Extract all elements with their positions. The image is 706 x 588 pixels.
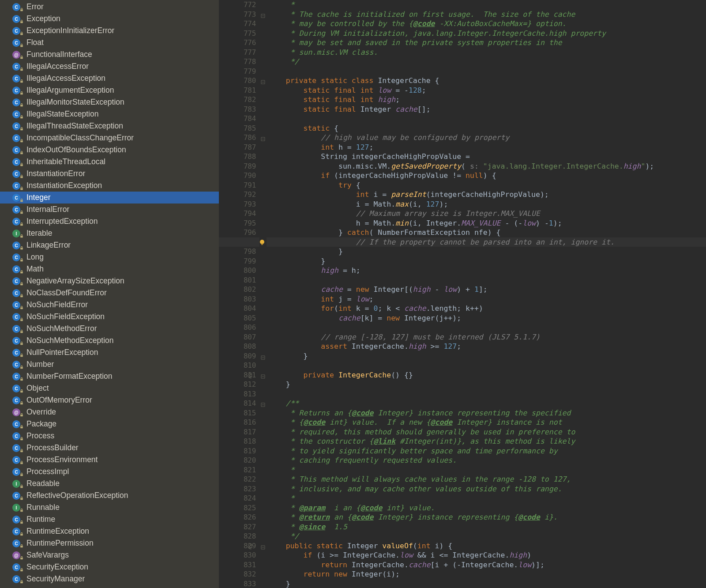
line-number[interactable]: 780 [219, 76, 256, 86]
tree-item-inheritablethreadlocal[interactable]: CInheritableThreadLocal [0, 156, 219, 168]
code-line[interactable]: * [268, 0, 706, 10]
line-number[interactable]: 772 [219, 0, 256, 10]
line-number[interactable]: 832 [219, 569, 256, 579]
line-number[interactable]: 790 [219, 171, 256, 181]
code-line[interactable]: static final Integer cache[]; [268, 105, 706, 114]
line-number[interactable]: 791 [219, 181, 256, 190]
tree-item-package[interactable]: CPackage [0, 418, 219, 430]
fold-toggle-icon[interactable] [260, 78, 266, 83]
code-line[interactable]: * the constructor {@link #Integer(int)},… [268, 437, 706, 446]
code-line[interactable]: * may be set and saved in the private sy… [268, 38, 706, 48]
line-number[interactable]: 778 [219, 57, 256, 67]
code-area[interactable]: * * The cache is initialized on first us… [267, 0, 706, 588]
line-number[interactable]: 792 [219, 190, 256, 200]
line-number[interactable]: 782 [219, 95, 256, 105]
code-line[interactable]: sun.misc.VM.getSavedProperty( s: "java.l… [268, 162, 706, 171]
code-line[interactable]: * inclusive, and may cache other values … [268, 484, 706, 494]
line-number[interactable]: 798 [219, 247, 256, 256]
line-number[interactable]: 824 [219, 494, 256, 503]
line-number[interactable]: 775 [219, 29, 256, 38]
tree-item-nullpointerexception[interactable]: CNullPointerException [0, 347, 219, 358]
tree-item-securitymanager[interactable]: CSecurityManager [0, 573, 219, 585]
line-number[interactable]: 774 [219, 19, 256, 29]
tree-item-nosuchfieldexception[interactable]: CNoSuchFieldException [0, 311, 219, 323]
tree-item-instantiationerror[interactable]: CInstantiationError [0, 168, 219, 180]
line-number[interactable]: 787 [219, 143, 256, 152]
code-line[interactable]: h = Math.min(i, Integer.MAX_VALUE - (-lo… [268, 219, 706, 228]
line-number-gutter[interactable]: 7727737747757767777787797807817827837847… [219, 0, 259, 588]
fold-toggle-icon[interactable] [260, 354, 266, 359]
line-number[interactable]: 776 [219, 38, 256, 48]
tree-item-processenvironment[interactable]: CProcessEnvironment [0, 454, 219, 466]
code-line[interactable]: } catch( NumberFormatException nfe) { [268, 228, 706, 237]
tree-item-object[interactable]: CObject [0, 382, 219, 394]
line-number[interactable]: 800 [219, 266, 256, 275]
tree-item-math[interactable]: CMath [0, 263, 219, 275]
line-number[interactable]: 828 [219, 531, 256, 541]
line-number[interactable]: 826 [219, 513, 256, 522]
code-line[interactable]: int i = parseInt(integerCacheHighPropVal… [268, 190, 706, 200]
line-number[interactable]: 821 [219, 465, 256, 475]
code-line[interactable]: return IntegerCache.cache[i + (-IntegerC… [268, 560, 706, 570]
line-number[interactable]: 827 [219, 522, 256, 532]
tree-item-error[interactable]: CError [0, 1, 219, 13]
line-number[interactable]: 793 [219, 200, 256, 209]
line-number[interactable]: 816 [219, 418, 256, 427]
line-number[interactable]: 808 [219, 342, 256, 351]
line-number[interactable]: 806 [219, 323, 256, 332]
line-number[interactable]: 773 [219, 10, 256, 19]
code-line[interactable]: * sun.misc.VM class. [268, 48, 706, 57]
code-line[interactable]: int j = low; [268, 294, 706, 304]
code-line[interactable]: * {@code int} value. If a new {@code Int… [268, 418, 706, 427]
code-line[interactable]: } [268, 380, 706, 389]
tree-item-safevarargs[interactable]: @SafeVarargs [0, 549, 219, 561]
line-number[interactable]: 802 [219, 285, 256, 294]
tree-item-incompatibleclasschangeerror[interactable]: CIncompatibleClassChangeError [0, 132, 219, 144]
tree-item-runtime[interactable]: CRuntime [0, 513, 219, 525]
tree-item-processbuilder[interactable]: CProcessBuilder [0, 442, 219, 454]
tree-item-illegalstateexception[interactable]: CIllegalStateException [0, 108, 219, 120]
line-number[interactable]: 796 [219, 228, 256, 237]
line-number[interactable]: 817 [219, 427, 256, 437]
fold-gutter[interactable] [259, 0, 267, 588]
line-number[interactable]: 784 [219, 114, 256, 124]
line-number[interactable]: 818 [219, 437, 256, 446]
code-line[interactable]: } [268, 351, 706, 361]
code-line[interactable]: /** [268, 399, 706, 408]
line-number[interactable]: 812 [219, 380, 256, 389]
tree-item-number[interactable]: CNumber [0, 358, 219, 370]
code-line[interactable]: * caching frequently requested values. [268, 456, 706, 465]
code-line[interactable]: return new Integer(i); [268, 569, 706, 579]
code-line[interactable]: for(int k = 0; k < cache.length; k++) [268, 304, 706, 313]
code-line[interactable]: int h = 127; [268, 143, 706, 152]
code-line[interactable] [268, 361, 706, 370]
line-number[interactable]: 786 [219, 133, 256, 143]
code-line[interactable]: * @param i an {@code int} value. [268, 503, 706, 513]
code-line[interactable]: String integerCacheHighPropValue = [268, 152, 706, 162]
code-line[interactable]: try { [268, 181, 706, 190]
line-number[interactable]: 822 [219, 475, 256, 484]
code-line[interactable]: } [268, 256, 706, 266]
line-number[interactable]: 795 [219, 219, 256, 228]
fold-toggle-icon[interactable] [260, 135, 266, 140]
tree-item-runtimepermission[interactable]: CRuntimePermission [0, 537, 219, 549]
line-number[interactable]: 809 [219, 351, 256, 361]
line-number[interactable]: 803 [219, 294, 256, 304]
fold-toggle-icon[interactable] [260, 543, 266, 549]
code-line[interactable]: static final int low = -128; [268, 86, 706, 95]
intention-bulb-icon[interactable] [258, 238, 266, 246]
code-line[interactable]: // high value may be configured by prope… [268, 133, 706, 143]
code-line[interactable]: assert IntegerCache.high >= 127; [268, 342, 706, 351]
code-line[interactable]: @ public static Integer valueOf(int i) { [268, 541, 706, 551]
code-line[interactable]: high = h; [268, 266, 706, 275]
line-number[interactable]: 781 [219, 86, 256, 95]
line-number[interactable]: 801 [219, 275, 256, 285]
tree-item-securityexception[interactable]: CSecurityException [0, 561, 219, 573]
code-line[interactable]: * @return an {@code Integer} instance re… [268, 513, 706, 522]
line-number[interactable]: 825 [219, 503, 256, 513]
tree-item-linkageerror[interactable]: CLinkageError [0, 239, 219, 251]
tree-item-illegalthreadstateexception[interactable]: CIllegalThreadStateException [0, 120, 219, 132]
code-line[interactable]: i = Math.max(i, 127); [268, 200, 706, 209]
tree-item-outofmemoryerror[interactable]: COutOfMemoryError [0, 394, 219, 406]
tree-item-nosuchfielderror[interactable]: CNoSuchFieldError [0, 299, 219, 311]
